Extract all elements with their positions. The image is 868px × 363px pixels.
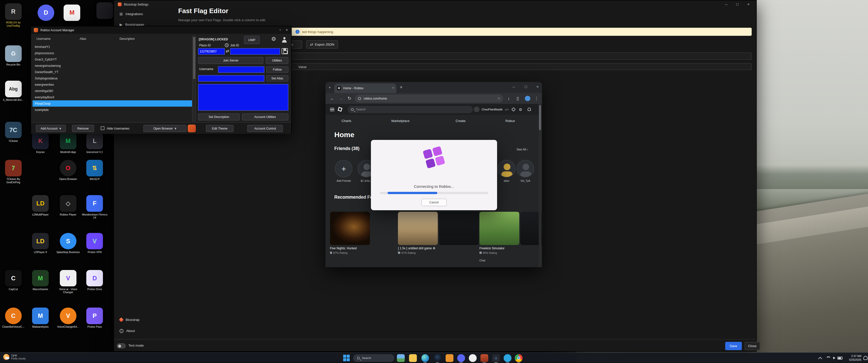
am-minimize-button[interactable]: ▫ bbox=[277, 27, 283, 34]
am-close-button[interactable]: × bbox=[283, 27, 290, 34]
friend-item[interactable]: atlan bbox=[498, 160, 515, 182]
icon-voicechanger64[interactable]: VVoiceChanger64... bbox=[55, 307, 81, 328]
browser-close-button[interactable]: × bbox=[532, 83, 542, 91]
account-row[interactable]: DanielStealth_YT bbox=[33, 69, 192, 75]
address-bar[interactable]: roblox.com/home ☆ bbox=[355, 95, 503, 103]
account-control-button[interactable]: Account Control bbox=[247, 125, 283, 132]
icon-splashtop[interactable]: SSplashtop Business bbox=[55, 233, 81, 254]
remove-button[interactable]: Remove bbox=[72, 125, 94, 132]
rbx-nav-create[interactable]: Create bbox=[456, 119, 466, 123]
forward-icon[interactable]: → bbox=[339, 96, 343, 101]
chat-label[interactable]: Chat bbox=[479, 259, 485, 262]
download-icon[interactable]: ↓ bbox=[508, 96, 510, 101]
bloxstrap-minimize-button[interactable]: – bbox=[721, 0, 732, 8]
icon-proton-drive[interactable]: DProton Drive bbox=[82, 270, 107, 291]
taskbar-account-manager[interactable] bbox=[480, 354, 488, 362]
taskbar-steam[interactable] bbox=[434, 354, 441, 362]
account-row[interactable]: everydayBoo3 bbox=[33, 94, 192, 100]
taskbar-chrome[interactable] bbox=[515, 354, 523, 362]
join-server-button[interactable]: Join Server bbox=[198, 57, 264, 64]
account-row[interactable]: FloopCloop bbox=[33, 100, 192, 107]
icon-clownfish[interactable]: CClownfishVoiceC... bbox=[0, 307, 26, 328]
column-header-alias[interactable]: Alias bbox=[80, 37, 86, 41]
new-tab-button[interactable]: + bbox=[400, 85, 403, 90]
hamburger-menu-icon[interactable] bbox=[330, 108, 335, 111]
icon-7clicker-god[interactable]: 77Clicker-By GodOnPing bbox=[0, 160, 26, 184]
start-button[interactable] bbox=[343, 355, 350, 361]
open-browser-button[interactable]: Open Browser▾ bbox=[143, 125, 186, 132]
description-textarea[interactable] bbox=[198, 84, 288, 110]
friend-item[interactable]: Vol_TyA bbox=[517, 160, 534, 182]
tab-search-icon[interactable]: ▾ bbox=[329, 86, 331, 90]
add-friends-tile[interactable]: +Add Friends bbox=[335, 160, 352, 182]
roblox-username[interactable]: ChaoPlainBlastik bbox=[482, 108, 503, 111]
sidebar-item-integrations[interactable]: ⊞ Integrations bbox=[120, 10, 143, 18]
roblox-logo-icon[interactable] bbox=[338, 107, 342, 112]
account-row[interactable]: nevergoinoutwrong bbox=[33, 63, 192, 69]
bloxstrap-maximize-button[interactable]: □ bbox=[732, 0, 743, 8]
browser-tab-home-roblox[interactable]: Home - Roblox × bbox=[334, 84, 396, 93]
icon-recycle-bin[interactable]: ♻Recycle Bin bbox=[0, 45, 26, 66]
taskbar-photos[interactable] bbox=[397, 354, 405, 362]
account-row[interactable]: plspsssssssss bbox=[33, 50, 192, 56]
icon-roblox-uod[interactable]: RROBLOX by UodTheBig bbox=[0, 3, 26, 27]
side-panel-icon[interactable]: ▯ bbox=[517, 96, 519, 101]
icon-filmora[interactable]: FWondershare Filmora 14 bbox=[82, 195, 107, 219]
job-id-input[interactable] bbox=[230, 48, 280, 55]
swap-ids-icon[interactable]: ⇄ bbox=[226, 49, 229, 53]
game-tile[interactable]: Five Nights: Hunted87% Rating bbox=[330, 212, 370, 254]
rbx-nav-robux[interactable]: Robux bbox=[505, 119, 515, 123]
settings-gear-icon[interactable]: ⚙ bbox=[519, 107, 522, 112]
account-row[interactable]: Grac3_Cyb3rYT bbox=[33, 56, 192, 63]
notifications-bell-icon[interactable] bbox=[528, 108, 531, 111]
tray-expand-chevron-icon[interactable] bbox=[818, 357, 822, 361]
save-ids-icon[interactable] bbox=[282, 48, 288, 54]
hide-usernames-checkbox[interactable] bbox=[101, 126, 104, 130]
taskbar-roblox-studio[interactable]: ◇ bbox=[492, 354, 500, 362]
icon-discord[interactable]: D bbox=[33, 4, 59, 21]
back-icon[interactable]: ← bbox=[330, 96, 335, 101]
icon-voice-ai[interactable]: VVoice.ai - Voice Changer bbox=[55, 270, 81, 294]
utilities-button[interactable]: Utilities bbox=[266, 57, 288, 64]
account-row[interactable]: ewergreenfwo bbox=[33, 81, 192, 88]
browser-profile-avatar[interactable] bbox=[525, 96, 530, 101]
icon-opera[interactable]: OOpera Browser bbox=[55, 160, 81, 180]
am-settings-gear-icon[interactable]: ⚙ bbox=[271, 36, 276, 42]
icon-capcut[interactable]: CCapCut bbox=[0, 270, 26, 291]
reload-icon[interactable]: ↻ bbox=[348, 96, 351, 101]
roblox-user-avatar[interactable] bbox=[474, 107, 479, 112]
page-scrollbar[interactable] bbox=[539, 104, 541, 267]
robux-icon[interactable] bbox=[512, 107, 516, 111]
taskbar-explorer[interactable] bbox=[409, 354, 417, 362]
sidebar-item-bloxstrap[interactable]: Bloxstrap bbox=[120, 317, 140, 324]
icon-winscp[interactable]: ⇅WinSCP bbox=[82, 160, 107, 180]
bloxstrap-close-button[interactable]: × bbox=[743, 0, 754, 8]
weather-widget[interactable]: 72°F Partly cloudy bbox=[3, 354, 26, 360]
account-row[interactable]: otsmithga380 bbox=[33, 88, 192, 94]
ram-logo-button[interactable] bbox=[188, 125, 196, 132]
account-row[interactable]: Solsplsgoodarua bbox=[33, 75, 192, 81]
taskbar-clock[interactable]: 2:37 AM 5/25/2025 bbox=[844, 354, 862, 362]
site-info-icon[interactable] bbox=[358, 97, 361, 100]
roblox-search-input[interactable]: Search bbox=[348, 106, 473, 113]
icon-proton-pass[interactable]: PProton Pass bbox=[82, 307, 107, 328]
tab-close-icon[interactable]: × bbox=[392, 86, 394, 90]
set-description-button[interactable]: Set Description bbox=[198, 113, 240, 121]
test-mode-toggle[interactable] bbox=[117, 343, 126, 349]
see-all-link[interactable]: See All › bbox=[517, 148, 528, 151]
add-user-icon[interactable] bbox=[281, 37, 288, 43]
add-account-button[interactable]: Add Account▾ bbox=[36, 125, 66, 132]
wifi-icon[interactable] bbox=[826, 357, 831, 362]
username-input[interactable] bbox=[218, 66, 265, 73]
rbx-nav-marketplace[interactable]: Marketplace bbox=[391, 119, 409, 123]
cancel-button[interactable]: Cancel bbox=[422, 199, 447, 206]
save-button[interactable]: Save bbox=[725, 342, 742, 350]
browser-maximize-button[interactable]: □ bbox=[520, 83, 531, 91]
icon-ldplayer9[interactable]: LDLDPlayer 9 bbox=[28, 233, 53, 254]
recent-places-clock-icon[interactable] bbox=[225, 43, 228, 47]
browser-minimize-button[interactable]: – bbox=[508, 83, 519, 91]
sidebar-item-about[interactable]: i About bbox=[120, 327, 135, 335]
uwp-button[interactable]: UWP bbox=[244, 36, 259, 44]
account-row[interactable]: bmshastY1 bbox=[33, 44, 192, 50]
icon-modrinth[interactable]: MModrinth App bbox=[55, 133, 81, 154]
